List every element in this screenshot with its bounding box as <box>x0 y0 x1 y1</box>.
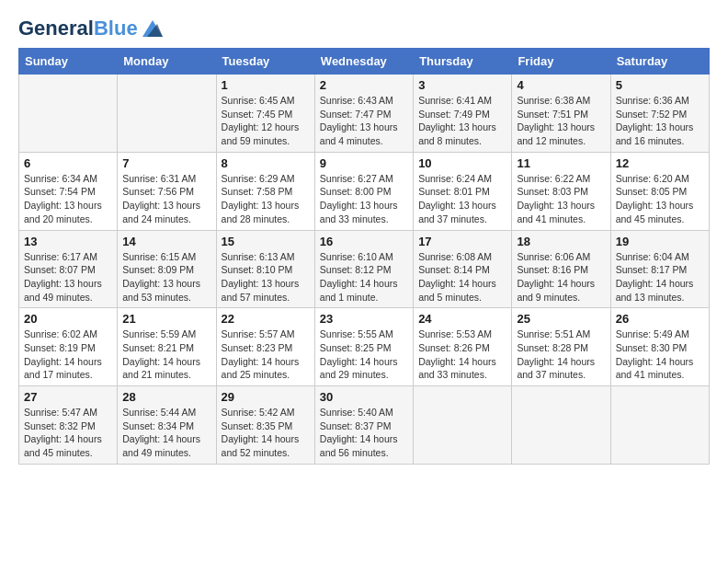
day-info: Sunrise: 6:22 AMSunset: 8:03 PMDaylight:… <box>517 172 605 226</box>
day-number: 10 <box>418 156 506 170</box>
calendar-week-4: 20Sunrise: 6:02 AMSunset: 8:19 PMDayligh… <box>19 308 710 386</box>
calendar-cell: 17Sunrise: 6:08 AMSunset: 8:14 PMDayligh… <box>414 230 512 308</box>
calendar-cell: 28Sunrise: 5:44 AMSunset: 8:34 PMDayligh… <box>118 386 216 465</box>
calendar-cell: 20Sunrise: 6:02 AMSunset: 8:19 PMDayligh… <box>19 308 118 386</box>
day-number: 8 <box>222 156 310 170</box>
day-info: Sunrise: 5:55 AMSunset: 8:25 PMDaylight:… <box>320 327 408 382</box>
calendar-week-1: 1Sunrise: 6:45 AMSunset: 7:45 PMDaylight… <box>19 75 710 153</box>
day-number: 20 <box>24 312 112 326</box>
day-number: 29 <box>222 390 310 404</box>
day-number: 18 <box>517 235 605 248</box>
day-number: 13 <box>24 235 112 248</box>
day-info: Sunrise: 6:10 AMSunset: 8:12 PMDaylight:… <box>320 250 408 304</box>
day-number: 7 <box>122 156 210 170</box>
day-number: 4 <box>517 78 605 92</box>
day-number: 19 <box>616 235 704 248</box>
calendar-cell: 9Sunrise: 6:27 AMSunset: 8:00 PMDaylight… <box>314 152 413 230</box>
calendar-cell: 19Sunrise: 6:04 AMSunset: 8:17 PMDayligh… <box>610 230 709 308</box>
header-sunday: Sunday <box>19 49 118 75</box>
calendar-week-3: 13Sunrise: 6:17 AMSunset: 8:07 PMDayligh… <box>19 230 710 308</box>
day-info: Sunrise: 6:15 AMSunset: 8:09 PMDaylight:… <box>122 250 210 304</box>
header-tuesday: Tuesday <box>216 49 314 75</box>
day-info: Sunrise: 6:17 AMSunset: 8:07 PMDaylight:… <box>24 250 112 304</box>
calendar-cell: 14Sunrise: 6:15 AMSunset: 8:09 PMDayligh… <box>118 230 216 308</box>
calendar-table: SundayMondayTuesdayWednesdayThursdayFrid… <box>18 48 710 465</box>
calendar-week-2: 6Sunrise: 6:34 AMSunset: 7:54 PMDaylight… <box>19 152 710 230</box>
day-info: Sunrise: 6:38 AMSunset: 7:51 PMDaylight:… <box>517 94 605 148</box>
calendar-cell: 5Sunrise: 6:36 AMSunset: 7:52 PMDaylight… <box>610 75 709 153</box>
day-number: 12 <box>616 156 704 170</box>
day-number: 24 <box>418 312 506 326</box>
header-thursday: Thursday <box>414 49 512 75</box>
day-info: Sunrise: 5:44 AMSunset: 8:34 PMDaylight:… <box>122 406 210 460</box>
day-info: Sunrise: 5:49 AMSunset: 8:30 PMDaylight:… <box>616 327 704 382</box>
header-friday: Friday <box>512 49 610 75</box>
calendar-cell: 27Sunrise: 5:47 AMSunset: 8:32 PMDayligh… <box>19 386 118 465</box>
day-info: Sunrise: 6:04 AMSunset: 8:17 PMDaylight:… <box>616 250 704 304</box>
day-info: Sunrise: 6:36 AMSunset: 7:52 PMDaylight:… <box>616 94 704 148</box>
day-number: 1 <box>222 78 310 92</box>
calendar-cell: 16Sunrise: 6:10 AMSunset: 8:12 PMDayligh… <box>314 230 413 308</box>
logo: GeneralBlue <box>18 18 163 39</box>
calendar-cell <box>512 386 610 465</box>
day-number: 28 <box>122 390 210 404</box>
calendar-cell: 12Sunrise: 6:20 AMSunset: 8:05 PMDayligh… <box>610 152 709 230</box>
calendar-cell <box>19 75 118 153</box>
calendar-week-5: 27Sunrise: 5:47 AMSunset: 8:32 PMDayligh… <box>19 386 710 465</box>
day-number: 14 <box>122 235 210 248</box>
day-number: 2 <box>320 78 408 92</box>
day-info: Sunrise: 6:08 AMSunset: 8:14 PMDaylight:… <box>418 250 506 304</box>
calendar-cell: 8Sunrise: 6:29 AMSunset: 7:58 PMDaylight… <box>216 152 314 230</box>
calendar-cell: 30Sunrise: 5:40 AMSunset: 8:37 PMDayligh… <box>314 386 413 465</box>
calendar-cell: 29Sunrise: 5:42 AMSunset: 8:35 PMDayligh… <box>216 386 314 465</box>
day-number: 15 <box>222 235 310 248</box>
day-info: Sunrise: 5:59 AMSunset: 8:21 PMDaylight:… <box>122 327 210 382</box>
day-number: 3 <box>418 78 506 92</box>
calendar-cell: 6Sunrise: 6:34 AMSunset: 7:54 PMDaylight… <box>19 152 118 230</box>
day-number: 22 <box>222 312 310 326</box>
day-number: 9 <box>320 156 408 170</box>
calendar-cell: 4Sunrise: 6:38 AMSunset: 7:51 PMDaylight… <box>512 75 610 153</box>
calendar-cell: 22Sunrise: 5:57 AMSunset: 8:23 PMDayligh… <box>216 308 314 386</box>
day-info: Sunrise: 5:42 AMSunset: 8:35 PMDaylight:… <box>222 406 310 460</box>
calendar-header-row: SundayMondayTuesdayWednesdayThursdayFrid… <box>19 49 710 75</box>
calendar-cell <box>118 75 216 153</box>
calendar-cell <box>414 386 512 465</box>
day-number: 6 <box>24 156 112 170</box>
day-info: Sunrise: 6:06 AMSunset: 8:16 PMDaylight:… <box>517 250 605 304</box>
day-info: Sunrise: 5:47 AMSunset: 8:32 PMDaylight:… <box>24 406 112 460</box>
day-number: 26 <box>616 312 704 326</box>
calendar-cell: 26Sunrise: 5:49 AMSunset: 8:30 PMDayligh… <box>610 308 709 386</box>
calendar-cell: 25Sunrise: 5:51 AMSunset: 8:28 PMDayligh… <box>512 308 610 386</box>
day-info: Sunrise: 6:43 AMSunset: 7:47 PMDaylight:… <box>320 94 408 148</box>
day-info: Sunrise: 5:57 AMSunset: 8:23 PMDaylight:… <box>222 327 310 382</box>
calendar-cell <box>610 386 709 465</box>
header-monday: Monday <box>118 49 216 75</box>
header-wednesday: Wednesday <box>314 49 413 75</box>
logo-text: GeneralBlue <box>18 18 138 39</box>
day-number: 30 <box>320 390 408 404</box>
day-info: Sunrise: 5:53 AMSunset: 8:26 PMDaylight:… <box>418 327 506 382</box>
day-info: Sunrise: 6:41 AMSunset: 7:49 PMDaylight:… <box>418 94 506 148</box>
calendar-cell: 2Sunrise: 6:43 AMSunset: 7:47 PMDaylight… <box>314 75 413 153</box>
day-number: 5 <box>616 78 704 92</box>
day-number: 25 <box>517 312 605 326</box>
page-header: GeneralBlue <box>18 18 710 39</box>
day-info: Sunrise: 6:29 AMSunset: 7:58 PMDaylight:… <box>222 172 310 226</box>
calendar-cell: 1Sunrise: 6:45 AMSunset: 7:45 PMDaylight… <box>216 75 314 153</box>
calendar-cell: 10Sunrise: 6:24 AMSunset: 8:01 PMDayligh… <box>414 152 512 230</box>
day-info: Sunrise: 6:02 AMSunset: 8:19 PMDaylight:… <box>24 327 112 382</box>
day-info: Sunrise: 6:34 AMSunset: 7:54 PMDaylight:… <box>24 172 112 226</box>
calendar-cell: 21Sunrise: 5:59 AMSunset: 8:21 PMDayligh… <box>118 308 216 386</box>
day-info: Sunrise: 6:27 AMSunset: 8:00 PMDaylight:… <box>320 172 408 226</box>
logo-icon <box>142 20 163 37</box>
calendar-cell: 7Sunrise: 6:31 AMSunset: 7:56 PMDaylight… <box>118 152 216 230</box>
calendar-cell: 24Sunrise: 5:53 AMSunset: 8:26 PMDayligh… <box>414 308 512 386</box>
day-info: Sunrise: 6:45 AMSunset: 7:45 PMDaylight:… <box>222 94 310 148</box>
day-number: 16 <box>320 235 408 248</box>
day-info: Sunrise: 6:31 AMSunset: 7:56 PMDaylight:… <box>122 172 210 226</box>
calendar-cell: 23Sunrise: 5:55 AMSunset: 8:25 PMDayligh… <box>314 308 413 386</box>
calendar-cell: 13Sunrise: 6:17 AMSunset: 8:07 PMDayligh… <box>19 230 118 308</box>
header-saturday: Saturday <box>610 49 709 75</box>
day-number: 27 <box>24 390 112 404</box>
